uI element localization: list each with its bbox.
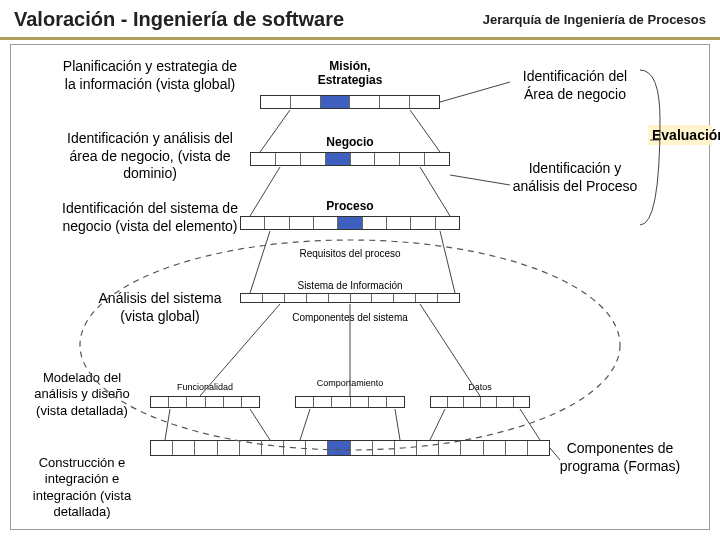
- label-ident-proceso: Identificación y análisis del Proceso: [510, 160, 640, 195]
- ribbon-func: [150, 396, 260, 408]
- ribbon-negocio: [250, 152, 450, 166]
- label-evaluacion: Evaluación: [648, 125, 712, 145]
- label-comp-programa: Componentes de programa (Formas): [555, 440, 685, 475]
- ribbon-comp: [295, 396, 405, 408]
- label-modeling: Modelado del análisis y diseño (vista de…: [22, 370, 142, 419]
- block-requisitos: Requisitos del proceso: [290, 248, 410, 260]
- block-componentes: Componentes del sistema: [290, 312, 410, 324]
- ribbon-datos: [430, 396, 530, 408]
- label-sys-analysis: Análisis del sistema (vista global): [80, 290, 240, 325]
- label-construction: Construcción e integración e integración…: [22, 455, 142, 520]
- ribbon-bottom: [150, 440, 550, 456]
- block-proceso: Proceso: [300, 200, 400, 214]
- page-title: Valoración - Ingeniería de software: [14, 8, 344, 31]
- block-sistema-info: Sistema de Información: [280, 280, 420, 292]
- block-mision: Misión,: [290, 60, 410, 74]
- ribbon-proceso: [240, 216, 460, 230]
- label-planning: Planificación y estrategia de la informa…: [60, 58, 240, 93]
- label-ident-analysis: Identificación y análisis del área de ne…: [60, 130, 240, 183]
- label-ident-area: Identificación del Área de negocio: [510, 68, 640, 103]
- block-comportamiento: Comportamiento: [300, 378, 400, 388]
- ribbon-top: [260, 95, 440, 109]
- block-negocio: Negocio: [300, 136, 400, 150]
- page-subtitle: Jerarquía de Ingeniería de Procesos: [483, 12, 706, 27]
- block-estrategias: Estrategias: [290, 74, 410, 88]
- block-funcionalidad: Funcionalidad: [160, 382, 250, 392]
- ribbon-sistema: [240, 293, 460, 303]
- label-ident-system: Identificación del sistema de negocio (v…: [60, 200, 240, 235]
- block-datos: Datos: [445, 382, 515, 392]
